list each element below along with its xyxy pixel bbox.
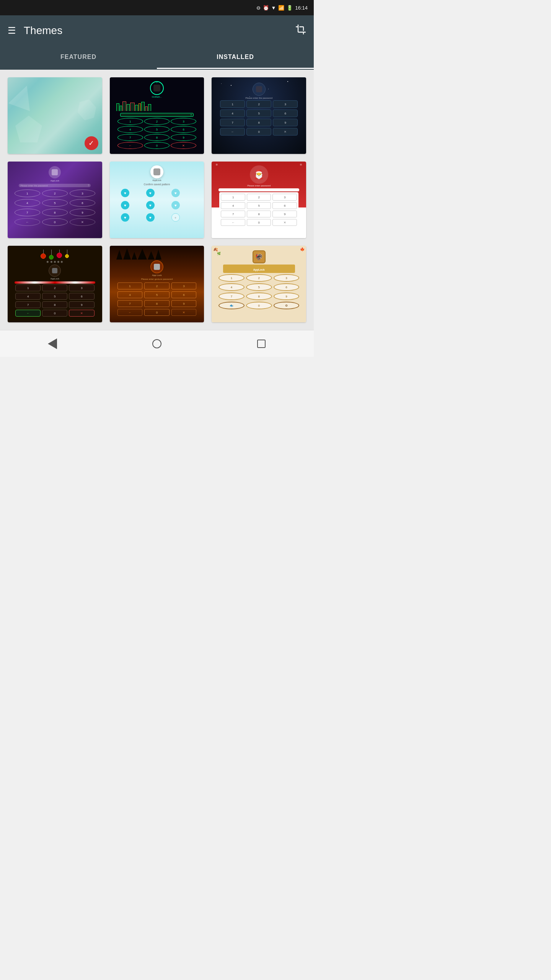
tab-bar: FEATURED INSTALLED <box>0 46 314 70</box>
theme-card-6[interactable]: ❄ ❄ 🎅 Please enter password 1 2 3 4 5 6 … <box>212 162 306 238</box>
back-icon <box>48 338 57 349</box>
tab-installed[interactable]: INSTALLED <box>157 46 314 69</box>
menu-button[interactable]: ☰ <box>8 25 16 36</box>
wifi-icon: ▼ <box>271 5 276 11</box>
home-button[interactable] <box>147 334 166 353</box>
theme-card-2[interactable]: ◎ DoMath... ? <box>110 77 204 154</box>
recents-icon <box>257 340 266 348</box>
battery-icon: 🔋 <box>287 5 293 11</box>
theme-preview-3: Please enter the password 1 2 3 4 5 6 7 … <box>212 77 306 154</box>
app-bar: ☰ Themes <box>0 15 314 46</box>
theme-preview-5: AppLock Confirm saved pattern ♥ ♥ ♥ ♥ ♥ … <box>110 162 204 238</box>
theme-card-8[interactable]: App Lock Please enter gesture password 1… <box>110 246 204 322</box>
recents-button[interactable] <box>252 334 271 353</box>
app-title: Themes <box>24 24 62 37</box>
theme-preview-2: ◎ DoMath... ? <box>110 77 204 154</box>
themes-grid: ✓ ◎ DoMath... <box>0 70 314 330</box>
status-bar: ⊖ ⏰ ▼ 📶 🔋 16:14 <box>0 0 314 15</box>
alarm-icon: ⏰ <box>263 5 269 11</box>
theme-card-1[interactable]: ✓ <box>8 77 102 154</box>
app-bar-left: ☰ Themes <box>8 24 62 37</box>
back-button[interactable] <box>43 334 62 353</box>
signal-icon: 📶 <box>278 5 284 11</box>
theme-preview-9: 🍂 🍁 🌿 🦃 AppLock 1 2 3 4 5 6 7 8 9 <box>212 246 306 322</box>
theme-card-3[interactable]: Please enter the password 1 2 3 4 5 6 7 … <box>212 77 306 154</box>
theme-card-4[interactable]: AppLock Please enter the password ? 1 2 … <box>8 162 102 238</box>
tab-featured[interactable]: FEATURED <box>0 46 157 69</box>
theme-preview-1: ✓ <box>8 77 102 154</box>
theme-preview-4: AppLock Please enter the password ? 1 2 … <box>8 162 102 238</box>
time: 16:14 <box>295 5 308 11</box>
selected-badge: ✓ <box>85 136 98 150</box>
bottom-nav <box>0 330 314 357</box>
status-icons: ⊖ ⏰ ▼ 📶 🔋 16:14 <box>256 5 308 11</box>
minus-icon: ⊖ <box>256 5 261 11</box>
theme-preview-8: App Lock Please enter gesture password 1… <box>110 246 204 322</box>
theme-card-9[interactable]: 🍂 🍁 🌿 🦃 AppLock 1 2 3 4 5 6 7 8 9 <box>212 246 306 322</box>
theme-card-5[interactable]: AppLock Confirm saved pattern ♥ ♥ ♥ ♥ ♥ … <box>110 162 204 238</box>
action-button[interactable] <box>295 24 306 37</box>
home-icon <box>152 339 161 348</box>
theme-preview-7: ❄ ❄ ❄ ❄ ❄ AppLock 1 2 3 4 5 6 7 8 9 ← 0 <box>8 246 102 322</box>
theme-card-7[interactable]: ❄ ❄ ❄ ❄ ❄ AppLock 1 2 3 4 5 6 7 8 9 ← 0 <box>8 246 102 322</box>
theme-preview-6: ❄ ❄ 🎅 Please enter password 1 2 3 4 5 6 … <box>212 162 306 238</box>
